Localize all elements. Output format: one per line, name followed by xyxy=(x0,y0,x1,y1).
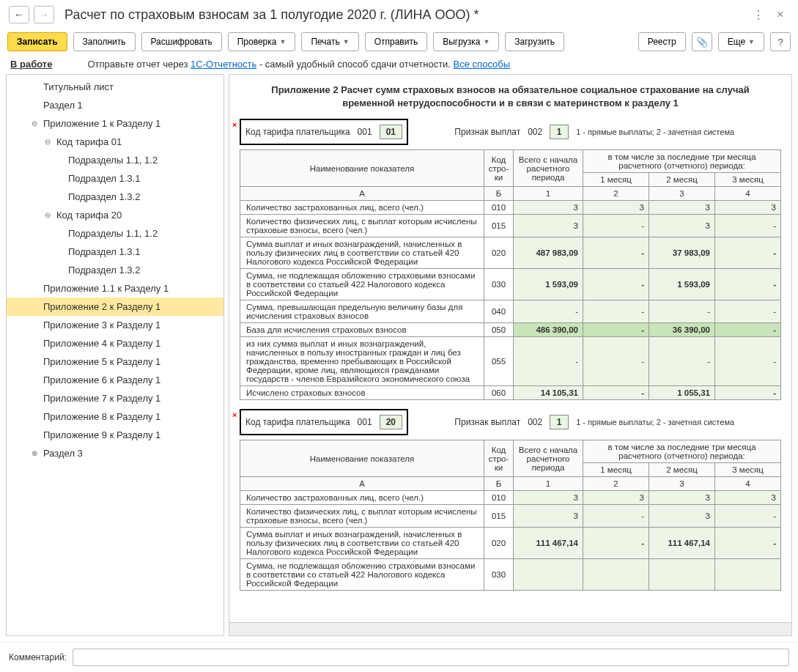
cell-value[interactable]: 14 105,31 xyxy=(514,386,583,400)
cell-value[interactable]: - xyxy=(583,237,649,269)
cell-value[interactable]: 3 xyxy=(514,201,583,215)
send-button[interactable]: Отправить xyxy=(365,32,428,51)
cell-value[interactable]: - xyxy=(715,237,781,269)
cell-value[interactable]: - xyxy=(715,386,781,400)
nav-back-button[interactable]: ← xyxy=(9,6,29,23)
tree-item[interactable]: Приложение 3 к Разделу 1 xyxy=(7,316,223,334)
cell-value[interactable] xyxy=(514,559,583,591)
tariff-code-2[interactable]: 20 xyxy=(380,415,402,429)
sign-value[interactable]: 1 xyxy=(550,125,569,139)
tree-item-label: Подразделы 1.1, 1.2 xyxy=(68,155,158,166)
tree-toggle-icon[interactable]: ⊖ xyxy=(45,211,53,219)
tree-item[interactable]: ⊖Код тарифа 20 xyxy=(7,206,223,224)
cell-value[interactable] xyxy=(583,559,649,591)
nav-forward-button[interactable]: → xyxy=(34,6,54,23)
tree-toggle-icon[interactable]: ⊖ xyxy=(45,138,53,146)
cell-value[interactable]: 487 983,09 xyxy=(514,237,583,269)
tariff-code-1[interactable]: 01 xyxy=(380,125,402,139)
decode-button[interactable]: Расшифровать xyxy=(141,32,222,51)
save-button[interactable]: Записать xyxy=(7,32,67,51)
sign-value[interactable]: 1 xyxy=(550,415,569,429)
cell-value[interactable]: 1 593,09 xyxy=(514,269,583,300)
status-badge[interactable]: В работе xyxy=(10,59,52,70)
help-icon[interactable]: ? xyxy=(770,32,791,51)
cell-value[interactable]: - xyxy=(583,215,649,237)
cell-value[interactable]: - xyxy=(583,269,649,300)
cell-value[interactable]: 3 xyxy=(649,201,715,215)
cell-value[interactable]: - xyxy=(715,323,781,337)
cell-value[interactable]: - xyxy=(583,300,649,323)
tree-toggle-icon[interactable]: ⊖ xyxy=(32,119,40,128)
cell-value[interactable]: - xyxy=(715,505,781,528)
cell-value[interactable]: 3 xyxy=(649,491,715,505)
cell-value[interactable]: - xyxy=(715,337,781,386)
cell-value[interactable]: - xyxy=(715,215,781,237)
cell-value[interactable]: - xyxy=(583,337,649,386)
cell-value[interactable] xyxy=(715,559,781,591)
tree-item[interactable]: Приложение 4 к Разделу 1 xyxy=(7,334,223,352)
cell-value[interactable]: 3 xyxy=(715,491,781,505)
tree-item[interactable]: Титульный лист xyxy=(7,78,223,96)
cell-value[interactable] xyxy=(649,559,715,591)
row-name: Сумма, не подлежащая обложению страховым… xyxy=(240,559,484,591)
cell-value[interactable]: - xyxy=(583,323,649,337)
tree-item[interactable]: Приложение 1.1 к Разделу 1 xyxy=(7,279,223,298)
cell-value[interactable]: - xyxy=(715,269,781,300)
print-button[interactable]: Печать▼ xyxy=(301,32,358,51)
cell-value[interactable]: - xyxy=(715,528,781,559)
cell-value[interactable]: 3 xyxy=(514,215,583,237)
tree-item[interactable]: Приложение 8 к Разделу 1 xyxy=(7,407,223,426)
cell-value[interactable]: 3 xyxy=(715,201,781,215)
horizontal-scrollbar[interactable] xyxy=(229,622,791,635)
cell-value[interactable]: 1 055,31 xyxy=(649,386,715,400)
cell-value[interactable]: 1 593,09 xyxy=(649,269,715,300)
tree-item[interactable]: Подраздел 1.3.1 xyxy=(7,243,223,261)
cell-value[interactable]: 3 xyxy=(649,505,715,528)
cell-value[interactable]: - xyxy=(514,337,583,386)
comment-input[interactable] xyxy=(73,649,789,666)
tree-item[interactable]: Подраздел 1.3.1 xyxy=(7,169,223,188)
tree-toggle-icon[interactable]: ⊕ xyxy=(32,449,40,457)
load-button[interactable]: Загрузить xyxy=(505,32,564,51)
cell-value[interactable]: 3 xyxy=(649,215,715,237)
tree-item[interactable]: ⊕Раздел 3 xyxy=(7,444,223,462)
cell-value[interactable]: - xyxy=(715,300,781,323)
link-all-methods[interactable]: Все способы xyxy=(454,59,510,70)
cell-value[interactable]: - xyxy=(583,386,649,400)
tree-item[interactable]: Приложение 5 к Разделу 1 xyxy=(7,352,223,371)
export-button[interactable]: Выгрузка▼ xyxy=(433,32,499,51)
cell-value[interactable]: - xyxy=(583,505,649,528)
tree-item[interactable]: Подразделы 1.1, 1.2 xyxy=(7,224,223,243)
cell-value[interactable]: 3 xyxy=(514,505,583,528)
cell-value[interactable]: 37 983,09 xyxy=(649,237,715,269)
close-icon[interactable]: × xyxy=(772,6,789,23)
tree-item[interactable]: Приложение 7 к Разделу 1 xyxy=(7,389,223,407)
tree-item[interactable]: Подразделы 1.1, 1.2 xyxy=(7,151,223,169)
check-button[interactable]: Проверка▼ xyxy=(228,32,296,51)
tree-item[interactable]: ⊖Приложение 1 к Разделу 1 xyxy=(7,114,223,133)
cell-value[interactable]: - xyxy=(649,300,715,323)
fill-button[interactable]: Заполнить xyxy=(73,32,136,51)
tree-item[interactable]: Приложение 9 к Разделу 1 xyxy=(7,426,223,444)
more-button[interactable]: Еще▼ xyxy=(718,32,764,51)
link-1c[interactable]: 1С-Отчетность xyxy=(191,59,256,70)
tree-item[interactable]: Раздел 1 xyxy=(7,96,223,114)
cell-value[interactable]: 3 xyxy=(583,491,649,505)
tree-item[interactable]: Подраздел 1.3.2 xyxy=(7,261,223,279)
cell-value[interactable]: 486 390,00 xyxy=(514,323,583,337)
attach-icon[interactable]: 📎 xyxy=(692,32,712,51)
cell-value[interactable]: 111 467,14 xyxy=(514,528,583,559)
cell-value[interactable]: - xyxy=(583,528,649,559)
cell-value[interactable]: - xyxy=(649,337,715,386)
tree-item[interactable]: Подраздел 1.3.2 xyxy=(7,188,223,206)
cell-value[interactable]: 3 xyxy=(514,491,583,505)
cell-value[interactable]: - xyxy=(514,300,583,323)
tree-item[interactable]: Приложение 6 к Разделу 1 xyxy=(7,371,223,389)
cell-value[interactable]: 36 390,00 xyxy=(649,323,715,337)
cell-value[interactable]: 111 467,14 xyxy=(649,528,715,559)
menu-icon[interactable]: ⋮ xyxy=(750,6,767,23)
tree-item[interactable]: Приложение 2 к Разделу 1 xyxy=(7,298,223,316)
cell-value[interactable]: 3 xyxy=(583,201,649,215)
tree-item[interactable]: ⊖Код тарифа 01 xyxy=(7,133,223,151)
registry-button[interactable]: Реестр xyxy=(638,32,686,51)
